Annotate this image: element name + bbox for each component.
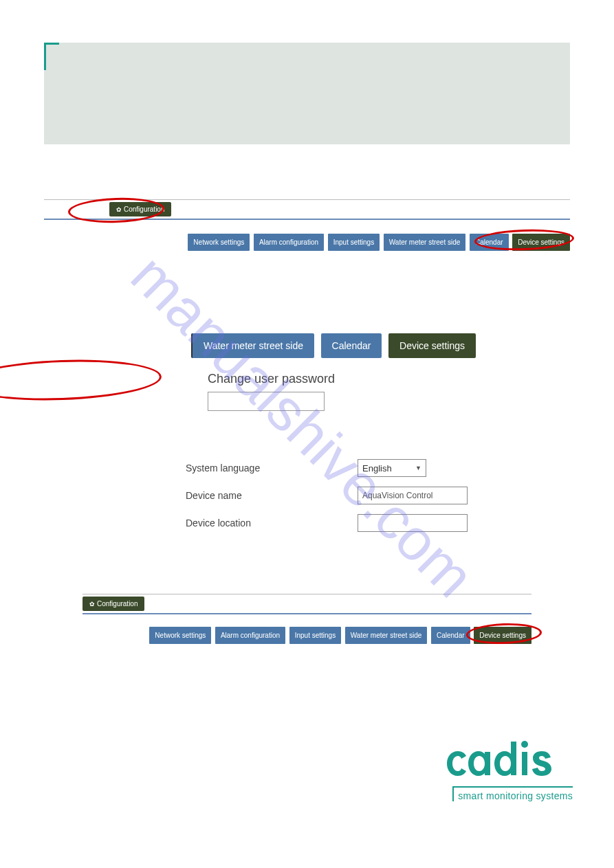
- configuration-label: Configuration: [124, 205, 164, 213]
- tab-row-zoom: Water meter street side Calendar Device …: [193, 333, 614, 358]
- screenshot-nav-1: ✿Configuration Network settings Alarm co…: [44, 199, 570, 251]
- device-name-input[interactable]: AquaVision Control: [358, 487, 468, 504]
- tab-calendar-2[interactable]: Calendar: [431, 627, 470, 644]
- gear-icon: ✿: [89, 601, 95, 608]
- logo-tagline: smart monitoring systems: [452, 786, 573, 801]
- device-name-label: Device name: [186, 490, 358, 501]
- gear-icon: ✿: [116, 206, 122, 213]
- tab-device-settings[interactable]: Device settings: [512, 234, 570, 251]
- device-location-input[interactable]: [358, 514, 468, 532]
- screenshot-zoom-device-settings: Water meter street side Calendar Device …: [0, 333, 614, 532]
- tab-input-settings-2[interactable]: Input settings: [289, 627, 341, 644]
- tab-row-1: Network settings Alarm configuration Inp…: [44, 234, 570, 251]
- tab-alarm-configuration-2[interactable]: Alarm configuration: [215, 627, 285, 644]
- tab-network-settings-2[interactable]: Network settings: [149, 627, 211, 644]
- device-name-value: AquaVision Control: [362, 491, 433, 500]
- system-language-label: System language: [186, 463, 358, 474]
- tab-water-meter[interactable]: Water meter street side: [384, 234, 466, 251]
- tab-device-settings-zoom[interactable]: Device settings: [388, 333, 476, 358]
- document-header-box: [44, 43, 570, 144]
- annotation-ellipse-change-password: [0, 357, 162, 403]
- tab-network-settings[interactable]: Network settings: [188, 234, 250, 251]
- form-row-device-location: Device location: [186, 514, 614, 532]
- password-input[interactable]: [208, 392, 325, 411]
- tab-calendar[interactable]: Calendar: [470, 234, 509, 251]
- tab-water-meter-2[interactable]: Water meter street side: [345, 627, 428, 644]
- configuration-button[interactable]: ✿Configuration: [109, 202, 171, 216]
- cadis-logo: [446, 740, 573, 781]
- configuration-label-2: Configuration: [97, 600, 138, 608]
- form-row-language: System language English: [186, 459, 614, 477]
- form-row-device-name: Device name AquaVision Control: [186, 487, 614, 504]
- divider-blue: [83, 613, 531, 614]
- tab-input-settings[interactable]: Input settings: [328, 234, 380, 251]
- device-settings-form: System language English Device name Aqua…: [186, 459, 614, 532]
- configuration-button-2[interactable]: ✿Configuration: [83, 597, 144, 611]
- tab-row-2: Network settings Alarm configuration Inp…: [83, 627, 531, 644]
- change-user-password-heading: Change user password: [208, 372, 614, 386]
- tab-alarm-configuration[interactable]: Alarm configuration: [254, 234, 324, 251]
- tab-calendar-zoom[interactable]: Calendar: [321, 333, 382, 358]
- tab-device-settings-2[interactable]: Device settings: [474, 627, 531, 644]
- header-corner-accent: [44, 43, 59, 70]
- footer-logo-area: smart monitoring systems: [0, 740, 573, 801]
- tab-water-meter-zoom[interactable]: Water meter street side: [191, 333, 314, 358]
- system-language-select[interactable]: English: [358, 459, 426, 477]
- svg-point-0: [521, 741, 528, 748]
- system-language-value: English: [362, 463, 392, 474]
- device-location-label: Device location: [186, 518, 358, 528]
- divider: [83, 594, 531, 594]
- svg-rect-1: [522, 752, 527, 775]
- screenshot-nav-2: ✿Configuration Network settings Alarm co…: [83, 594, 531, 644]
- divider-blue: [44, 219, 570, 220]
- divider: [44, 199, 570, 200]
